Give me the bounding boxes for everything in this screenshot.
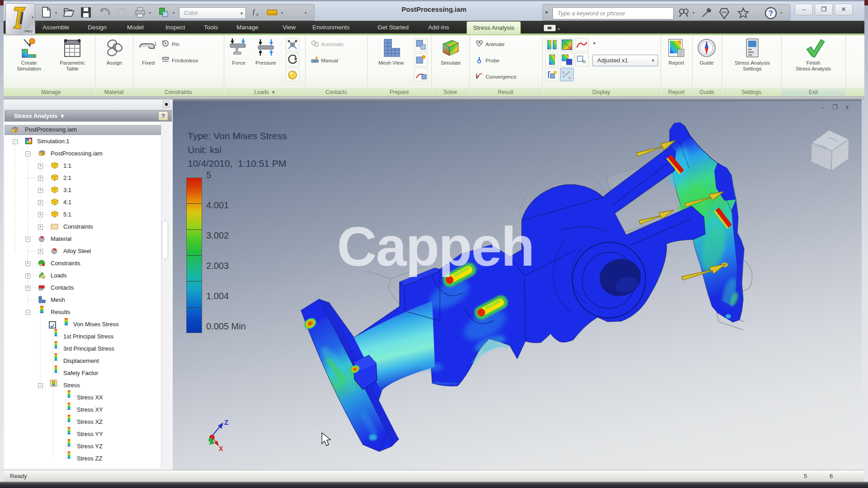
- svg-text:X: X: [219, 445, 223, 452]
- svg-text:f: f: [253, 8, 255, 15]
- svg-text:x: x: [256, 12, 259, 17]
- svg-text:%: %: [582, 59, 586, 64]
- svg-text:Z: Z: [224, 418, 228, 426]
- svg-text:1: 1: [154, 42, 157, 47]
- svg-text:x: x: [562, 70, 565, 75]
- svg-text:?: ?: [769, 9, 773, 17]
- svg-text:x: x: [569, 75, 571, 80]
